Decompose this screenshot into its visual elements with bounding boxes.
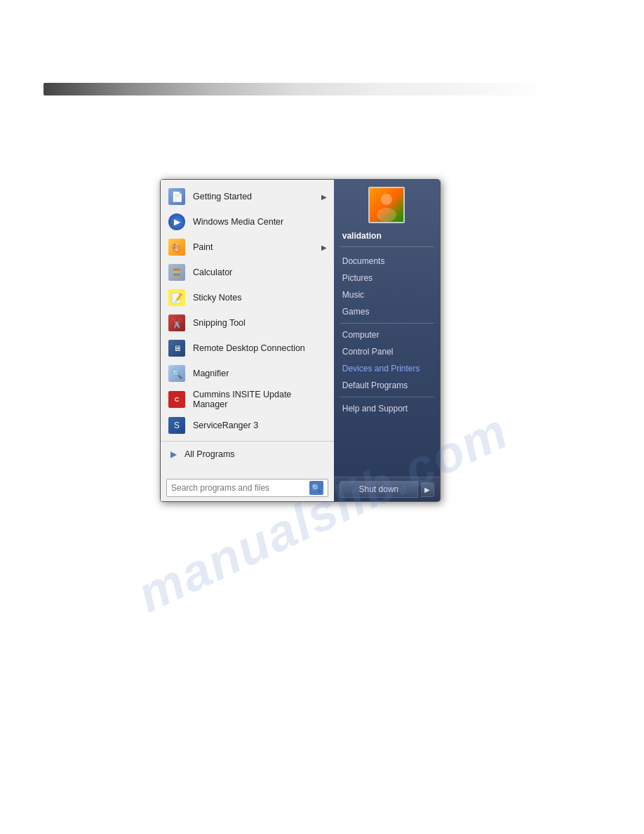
cummins-label: Cummins INSITE Update Manager: [193, 390, 327, 409]
menu-item-serviceranger[interactable]: S ServiceRanger 3: [161, 413, 334, 438]
sticky-notes-icon: 📝: [168, 289, 186, 307]
svg-point-2: [377, 208, 396, 222]
menu-divider: [161, 441, 334, 442]
left-panel-top: 📄 Getting Started ▶ ▶ Windows Media Cent…: [161, 180, 334, 475]
right-item-control-panel[interactable]: Control Panel: [334, 343, 440, 360]
right-divider-3: [340, 397, 434, 397]
getting-started-label: Getting Started: [193, 192, 314, 201]
user-avatar: [368, 187, 405, 223]
magnifier-label: Magnifier: [193, 369, 327, 378]
menu-item-cummins[interactable]: C Cummins INSITE Update Manager: [161, 386, 334, 413]
right-item-devices-printers[interactable]: Devices and Printers: [334, 360, 440, 377]
right-divider-1: [340, 246, 434, 247]
getting-started-icon: 📄: [168, 187, 186, 206]
menu-item-sticky-notes[interactable]: 📝 Sticky Notes: [161, 285, 334, 310]
right-item-games[interactable]: Games: [334, 303, 440, 320]
menu-item-calculator[interactable]: 🧮 Calculator: [161, 260, 334, 285]
search-button[interactable]: 🔍: [309, 481, 323, 495]
sticky-notes-label: Sticky Notes: [193, 293, 327, 303]
right-item-pictures[interactable]: Pictures: [334, 270, 440, 286]
menu-item-remote-desktop[interactable]: 🖥 Remote Desktop Connection: [161, 336, 334, 361]
shutdown-arrow-button[interactable]: ▶: [421, 482, 434, 497]
menu-item-paint[interactable]: 🎨 Paint ▶: [161, 234, 334, 260]
right-item-computer[interactable]: Computer: [334, 326, 440, 343]
magnifier-icon: 🔍: [168, 364, 186, 383]
wmc-icon: ▶: [168, 213, 186, 231]
right-panel: validation Documents Pictures Music Game…: [334, 180, 440, 501]
left-panel: 📄 Getting Started ▶ ▶ Windows Media Cent…: [161, 180, 334, 501]
search-input[interactable]: [171, 483, 309, 493]
user-photo-area: [334, 180, 440, 227]
all-programs-item[interactable]: ▶ All Programs: [161, 444, 334, 464]
shutdown-bar: Shut down ▶: [334, 477, 440, 501]
right-item-default-programs[interactable]: Default Programs: [334, 377, 440, 394]
search-bar: 🔍: [166, 479, 328, 497]
right-items-list: Documents Pictures Music Games Computer …: [334, 250, 440, 477]
menu-item-getting-started[interactable]: 📄 Getting Started ▶: [161, 184, 334, 209]
remote-desktop-label: Remote Desktop Connection: [193, 343, 327, 353]
cummins-icon: C: [168, 390, 186, 409]
all-programs-icon: ▶: [168, 449, 179, 460]
serviceranger-label: ServiceRanger 3: [193, 421, 327, 430]
wmc-label: Windows Media Center: [193, 217, 327, 227]
paint-arrow: ▶: [321, 244, 327, 251]
calculator-icon: 🧮: [168, 263, 186, 282]
menu-item-wmc[interactable]: ▶ Windows Media Center: [161, 209, 334, 234]
calculator-label: Calculator: [193, 267, 327, 277]
shutdown-button[interactable]: Shut down: [340, 481, 418, 498]
right-item-help-support[interactable]: Help and Support: [334, 400, 440, 417]
top-bar: [43, 83, 549, 95]
right-divider-2: [340, 323, 434, 324]
menu-item-snipping-tool[interactable]: ✂️ Snipping Tool: [161, 310, 334, 336]
snipping-tool-label: Snipping Tool: [193, 318, 327, 328]
snipping-tool-icon: ✂️: [168, 314, 186, 332]
serviceranger-icon: S: [168, 416, 186, 435]
remote-desktop-icon: 🖥: [168, 339, 186, 357]
start-menu: 📄 Getting Started ▶ ▶ Windows Media Cent…: [160, 179, 441, 502]
paint-icon: 🎨: [168, 238, 186, 256]
svg-point-1: [381, 194, 392, 205]
right-item-music[interactable]: Music: [334, 286, 440, 303]
menu-item-magnifier[interactable]: 🔍 Magnifier: [161, 361, 334, 386]
getting-started-arrow: ▶: [321, 193, 327, 201]
paint-label: Paint: [193, 242, 314, 252]
all-programs-label: All Programs: [185, 449, 327, 459]
right-item-documents[interactable]: Documents: [334, 253, 440, 270]
username-label: validation: [334, 227, 440, 244]
